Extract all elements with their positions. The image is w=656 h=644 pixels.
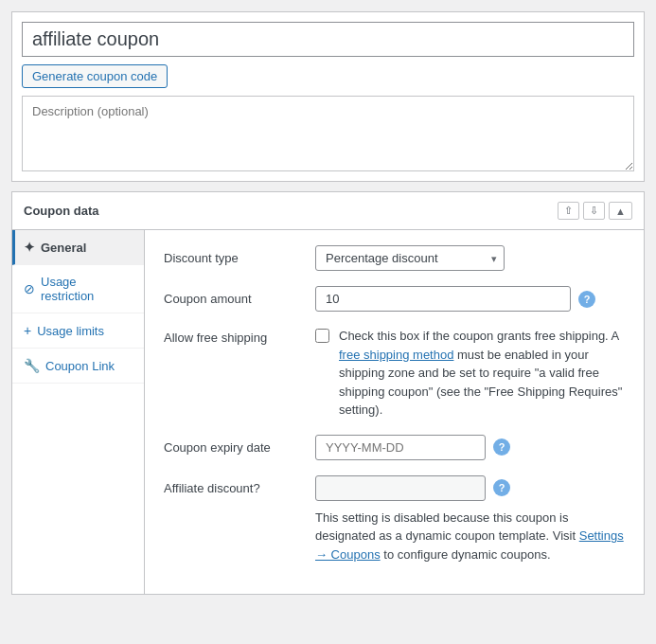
coupon-expiry-control: ? [315,435,625,460]
affiliate-discount-input [315,475,486,501]
affiliate-discount-help-icon[interactable]: ? [493,479,510,496]
sidebar-item-coupon-link-label: Coupon Link [45,359,115,373]
coupon-expiry-row: Coupon expiry date ? [164,435,625,460]
sidebar-item-usage-limits-label: Usage limits [37,324,104,338]
discount-type-control: Percentage discount Fixed cart discount … [315,245,625,271]
affiliate-discount-row: Affiliate discount? ? This setting is di… [164,475,625,564]
expand-button[interactable]: ▲ [609,202,632,220]
free-shipping-method-link[interactable]: free shipping method [339,348,453,362]
coupon-data-header: Coupon data ⇧ ⇩ ▲ [12,192,644,230]
coupon-expiry-help-icon[interactable]: ? [493,438,510,456]
sidebar-item-coupon-link[interactable]: 🔧 Coupon Link [12,349,144,384]
affiliate-discount-label: Affiliate discount? [164,475,315,495]
coupon-expiry-input[interactable] [315,435,486,460]
coupon-amount-input[interactable] [315,286,571,312]
discount-type-select-wrapper: Percentage discount Fixed cart discount … [315,245,505,271]
coupon-expiry-label: Coupon expiry date [164,435,315,455]
coupon-data-title: Coupon data [24,204,98,218]
free-shipping-checkbox-row: Check this box if the coupon grants free… [315,327,625,420]
sidebar: ✦ General ⊘ Usage restriction + Usage li… [12,230,145,594]
usage-limits-icon: + [24,323,31,338]
affiliate-disabled-note: This setting is disabled because this co… [315,509,625,564]
sidebar-item-general-label: General [41,241,86,255]
collapse-up-button[interactable]: ⇧ [558,202,579,220]
discount-type-row: Discount type Percentage discount Fixed … [164,245,625,271]
free-shipping-checkbox[interactable] [315,329,329,343]
disabled-note-prefix: This setting is disabled because this co… [315,510,579,544]
top-section: Generate coupon code [11,11,645,182]
discount-type-select[interactable]: Percentage discount Fixed cart discount … [315,245,505,271]
content-area: Discount type Percentage discount Fixed … [145,230,644,594]
coupon-data-body: ✦ General ⊘ Usage restriction + Usage li… [12,230,644,594]
sidebar-item-usage-limits[interactable]: + Usage limits [12,313,144,349]
coupon-amount-label: Coupon amount [164,286,315,306]
free-shipping-row: Allow free shipping Check this box if th… [164,327,625,420]
free-shipping-label: Allow free shipping [164,327,315,345]
coupon-title-input[interactable] [22,22,634,57]
coupon-data-box: Coupon data ⇧ ⇩ ▲ ✦ General ⊘ Usage rest… [11,191,645,595]
free-shipping-desc-text1: Check this box if the coupon grants free… [339,329,619,343]
affiliate-discount-control: ? This setting is disabled because this … [315,475,625,564]
general-icon: ✦ [24,240,35,255]
sidebar-item-usage-restriction-label: Usage restriction [41,275,133,303]
coupon-link-icon: 🔧 [24,358,40,373]
generate-coupon-button[interactable]: Generate coupon code [22,64,168,88]
sidebar-item-usage-restriction[interactable]: ⊘ Usage restriction [12,265,144,313]
coupon-amount-help-icon[interactable]: ? [578,291,595,308]
discount-type-label: Discount type [164,245,315,265]
description-textarea[interactable] [22,96,634,171]
usage-restriction-icon: ⊘ [24,281,35,296]
free-shipping-description: Check this box if the coupon grants free… [339,327,625,420]
sidebar-item-general[interactable]: ✦ General [12,230,144,265]
free-shipping-control: Check this box if the coupon grants free… [315,327,625,420]
disabled-note-suffix: to configure dynamic coupons. [381,547,551,562]
collapse-down-button[interactable]: ⇩ [583,202,605,220]
coupon-amount-row: Coupon amount ? [164,286,625,312]
header-controls: ⇧ ⇩ ▲ [558,202,632,220]
affiliate-discount-input-group: ? [315,475,625,501]
coupon-amount-control: ? [315,286,625,312]
